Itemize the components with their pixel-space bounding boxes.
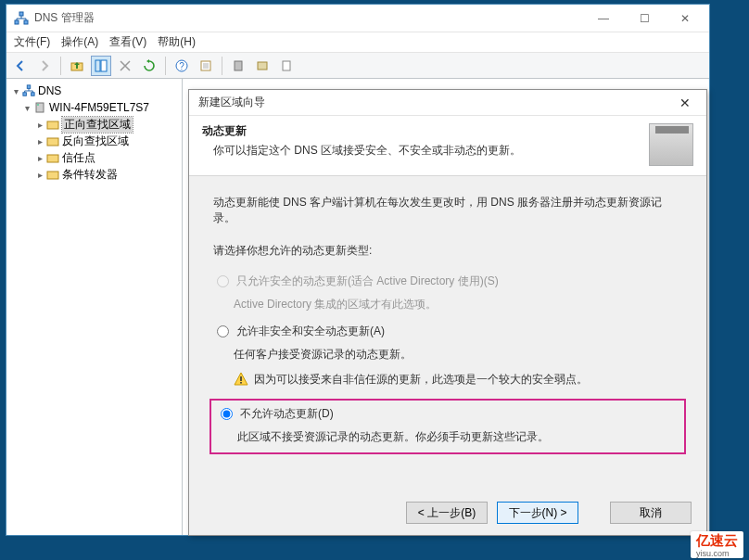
dialog-titlebar: 新建区域向导 ✕: [189, 90, 706, 116]
tree-label: WIN-4FM59ETL7S7: [49, 101, 149, 114]
option-secure-only: 只允许安全的动态更新(适合 Active Directory 使用)(S): [213, 272, 682, 291]
toolbar: ?: [6, 53, 709, 79]
maximize-button[interactable]: ☐: [624, 6, 665, 32]
option-desc: 此区域不接受资源记录的动态更新。你必须手动更新这些记录。: [237, 429, 679, 445]
wizard-footer: < 上一步(B) 下一步(N) > 取消: [189, 490, 706, 535]
wizard-step-title: 动态更新: [202, 123, 649, 139]
tree-reverse-lookup[interactable]: ▸ 反向查找区域: [8, 133, 180, 149]
record-icon[interactable]: [276, 56, 297, 76]
menu-action[interactable]: 操作(A): [61, 34, 98, 50]
close-button[interactable]: ✕: [667, 92, 703, 114]
toolbar-divider: [222, 57, 222, 75]
chevron-down-icon[interactable]: ▾: [10, 86, 21, 96]
wizard-step-subtitle: 你可以指定这个 DNS 区域接受安全、不安全或非动态的更新。: [213, 143, 649, 159]
intro-text: 动态更新能使 DNS 客户端计算机在每次发生更改时，用 DNS 服务器注册并动态…: [213, 195, 682, 226]
folder-icon: [45, 134, 60, 148]
cancel-button[interactable]: 取消: [610, 502, 692, 524]
watermark-sub: yisu.com: [696, 550, 738, 557]
tree-label: 正向查找区域: [62, 117, 133, 133]
svg-rect-12: [235, 61, 242, 70]
radio-no-dynamic[interactable]: [221, 408, 233, 420]
window-title: DNS 管理器: [34, 10, 583, 26]
svg-rect-15: [27, 85, 31, 89]
option-label: 允许非安全和安全动态更新(A): [236, 324, 679, 339]
svg-rect-23: [47, 172, 58, 179]
tree-label: 反向查找区域: [62, 134, 129, 149]
folder-icon: [45, 150, 60, 165]
warning-row: 因为可以接受来自非信任源的更新，此选项是一个较大的安全弱点。: [234, 372, 682, 389]
new-zone-wizard-dialog: 新建区域向导 ✕ 动态更新 你可以指定这个 DNS 区域接受安全、不安全或非动态…: [188, 89, 707, 536]
server-image-icon: [649, 123, 693, 166]
app-icon: [14, 11, 29, 26]
option-label: 只允许安全的动态更新(适合 Active Directory 使用)(S): [236, 274, 679, 289]
svg-rect-21: [47, 138, 58, 146]
folder-icon: [45, 167, 60, 182]
radio-nonsecure-and-secure[interactable]: [217, 325, 229, 337]
tree-label: 条件转发器: [62, 167, 118, 183]
next-button[interactable]: 下一步(N) >: [497, 502, 578, 524]
svg-rect-25: [240, 382, 242, 384]
svg-rect-1: [15, 20, 19, 24]
svg-rect-16: [23, 93, 27, 96]
tree-server[interactable]: ▾ WIN-4FM59ETL7S7: [8, 99, 180, 116]
minimize-button[interactable]: —: [583, 6, 624, 32]
radio-secure-only: [217, 275, 229, 287]
svg-rect-24: [240, 376, 242, 381]
svg-rect-14: [283, 61, 290, 70]
properties-icon[interactable]: [196, 56, 216, 76]
svg-rect-2: [24, 20, 28, 24]
chevron-right-icon[interactable]: ▸: [34, 120, 45, 130]
menu-help[interactable]: 帮助(H): [158, 34, 196, 50]
tree-root[interactable]: ▾ DNS: [8, 83, 180, 99]
view-list-icon[interactable]: [91, 56, 111, 76]
tree-forward-lookup[interactable]: ▸ 正向查找区域: [8, 116, 180, 133]
up-folder-icon[interactable]: [67, 56, 87, 76]
chevron-right-icon[interactable]: ▸: [34, 153, 45, 163]
option-no-dynamic[interactable]: 不允许动态更新(D): [217, 404, 679, 424]
warning-icon: [234, 372, 248, 389]
option-nonsecure-and-secure[interactable]: 允许非安全和安全动态更新(A): [213, 322, 682, 341]
cut-icon[interactable]: [115, 56, 135, 76]
tree-label: 信任点: [62, 150, 95, 166]
chevron-right-icon[interactable]: ▸: [34, 136, 45, 146]
option-desc: 任何客户接受资源记录的动态更新。: [234, 347, 682, 363]
tree-conditional-forwarders[interactable]: ▸ 条件转发器: [8, 166, 180, 183]
option-label: 不允许动态更新(D): [240, 406, 675, 422]
svg-rect-22: [47, 155, 58, 162]
svg-rect-4: [95, 60, 100, 71]
nav-forward-icon[interactable]: [34, 56, 55, 76]
watermark: 亿速云 yisu.com: [691, 531, 743, 558]
chevron-right-icon[interactable]: ▸: [34, 170, 45, 180]
tree-label: DNS: [38, 84, 61, 97]
server-icon[interactable]: [228, 56, 248, 76]
toolbar-divider: [165, 57, 166, 75]
svg-point-19: [37, 104, 39, 106]
titlebar: DNS 管理器 — ☐ ✕: [6, 5, 709, 32]
wizard-header: 动态更新 你可以指定这个 DNS 区域接受安全、不安全或非动态的更新。: [189, 116, 706, 176]
option-desc: Active Directory 集成的区域才有此选项。: [234, 297, 682, 312]
nav-tree: ▾ DNS ▾ WIN-4FM59ETL7S7 ▸ 正向查找区域 ▸ 反向查找区…: [6, 79, 183, 535]
nav-back-icon[interactable]: [10, 56, 31, 76]
menubar: 文件(F) 操作(A) 查看(V) 帮助(H): [6, 32, 709, 53]
dialog-title: 新建区域向导: [198, 95, 265, 110]
close-button[interactable]: ✕: [665, 6, 705, 32]
warning-text: 因为可以接受来自非信任源的更新，此选项是一个较大的安全弱点。: [254, 372, 588, 388]
dns-root-icon: [21, 83, 36, 98]
chevron-down-icon[interactable]: ▾: [21, 103, 32, 113]
svg-rect-0: [19, 12, 23, 16]
refresh-icon[interactable]: [139, 56, 159, 76]
svg-text:?: ?: [179, 61, 184, 71]
menu-view[interactable]: 查看(V): [109, 34, 146, 50]
back-button[interactable]: < 上一步(B): [406, 502, 488, 524]
prompt-text: 请选择你想允许的动态更新类型:: [213, 243, 682, 259]
wizard-body: 动态更新能使 DNS 客户端计算机在每次发生更改时，用 DNS 服务器注册并动态…: [189, 176, 706, 490]
svg-rect-5: [101, 60, 107, 71]
zone-icon[interactable]: [252, 56, 273, 76]
svg-rect-20: [47, 121, 58, 129]
help-icon[interactable]: ?: [171, 56, 192, 76]
toolbar-divider: [60, 57, 61, 75]
tree-trust-points[interactable]: ▸ 信任点: [8, 149, 180, 166]
menu-file[interactable]: 文件(F): [14, 34, 50, 50]
svg-rect-17: [32, 93, 35, 96]
watermark-main: 亿速云: [696, 532, 738, 548]
